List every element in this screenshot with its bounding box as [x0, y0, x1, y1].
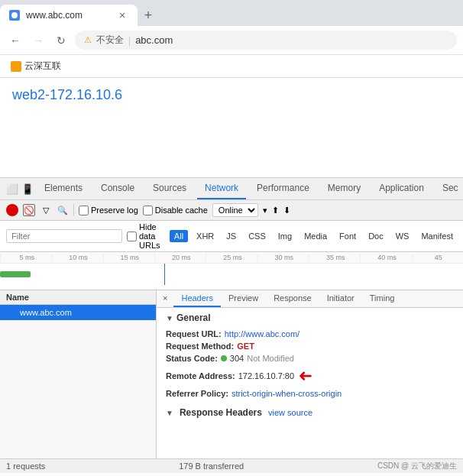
view-source-link[interactable]: view source	[268, 408, 312, 417]
tab-console[interactable]: Console	[93, 178, 142, 199]
bookmark-label: 云深互联	[24, 60, 61, 73]
timeline-bar-area	[0, 264, 463, 285]
download-icon: ⬇	[283, 206, 290, 215]
request-method-row: Request Method: GET	[166, 340, 454, 352]
bookmarks-bar: 云深互联	[0, 55, 463, 78]
tab-performance[interactable]: Performance	[249, 178, 317, 199]
timeline-ruler: 5 ms 10 ms 15 ms 20 ms 25 ms 30 ms 35 ms…	[0, 252, 463, 264]
request-url-row: Request URL: http://www.abc.com/	[166, 328, 454, 340]
svg-point-1	[7, 309, 15, 316]
tab-sources[interactable]: Sources	[145, 178, 194, 199]
throttling-dropdown[interactable]: Online	[212, 203, 258, 217]
detail-panel: × Headers Preview Response Initiator Tim…	[157, 290, 463, 458]
filter-ws[interactable]: WS	[392, 231, 413, 241]
network-item-favicon	[6, 308, 15, 317]
record-button[interactable]	[6, 204, 18, 216]
tab-application[interactable]: Application	[371, 178, 432, 199]
devtools-inspect-icon[interactable]: ⬜	[6, 180, 18, 198]
hide-data-urls-label: Hide data URLs	[139, 222, 165, 250]
timeline: 5 ms 10 ms 15 ms 20 ms 25 ms 30 ms 35 ms…	[0, 252, 463, 290]
tab-close-button[interactable]: ×	[116, 9, 128, 21]
filter-input[interactable]	[6, 229, 122, 243]
tick-25ms: 25 ms	[206, 254, 257, 261]
address-bar[interactable]: ⚠ 不安全 | abc.com	[75, 31, 457, 50]
network-item[interactable]: www.abc.com	[0, 305, 156, 320]
browser-tab[interactable]: www.abc.com ×	[0, 5, 138, 26]
detail-tab-timing[interactable]: Timing	[362, 290, 403, 307]
detail-close-button[interactable]: ×	[157, 290, 173, 307]
new-tab-button[interactable]: +	[138, 5, 159, 26]
search-icon[interactable]: 🔍	[57, 204, 69, 216]
tick-10ms: 10 ms	[51, 254, 102, 261]
bookmark-item[interactable]: 云深互联	[6, 58, 66, 74]
nav-bar: ← → ↻ ⚠ 不安全 | abc.com	[0, 26, 463, 55]
devtools-mobile-icon[interactable]: 📱	[21, 180, 34, 198]
filter-xhr[interactable]: XHR	[193, 231, 218, 241]
remote-address-value: 172.16.10.7:80	[238, 371, 294, 380]
tab-elements[interactable]: Elements	[37, 178, 90, 199]
disable-cache-label: Disable cache	[155, 206, 208, 215]
request-method-value: GET	[237, 342, 254, 351]
remote-address-key: Remote Address:	[166, 371, 235, 380]
remote-address-row: Remote Address: 172.16.10.7:80 ➜	[166, 364, 454, 387]
reload-button[interactable]: ↻	[52, 31, 70, 50]
filter-icon[interactable]: ▽	[40, 204, 52, 216]
forward-button[interactable]: →	[29, 31, 47, 50]
network-split: Name www.abc.com × Headers Preview Respo…	[0, 290, 463, 458]
browser-chrome: www.abc.com × + ← → ↻ ⚠ 不安全 | abc.com 云深…	[0, 0, 463, 78]
network-item-name: www.abc.com	[20, 308, 150, 317]
filter-img[interactable]: Img	[274, 231, 296, 241]
filter-doc[interactable]: Doc	[364, 231, 387, 241]
timeline-request-bar	[0, 271, 31, 277]
preserve-log-checkbox[interactable]: Preserve log	[79, 206, 138, 215]
filter-all-button[interactable]: All	[170, 230, 188, 242]
address-text: abc.com	[135, 34, 173, 46]
tick-45ms: 45	[412, 254, 463, 261]
disable-cache-checkbox[interactable]: Disable cache	[143, 206, 208, 215]
general-section: General Request URL: http://www.abc.com/…	[157, 308, 463, 404]
filter-media[interactable]: Media	[300, 231, 331, 241]
bookmark-favicon	[11, 61, 21, 72]
status-code-key: Status Code:	[166, 354, 218, 363]
general-section-header[interactable]: General	[166, 312, 454, 323]
address-separator: |	[128, 35, 131, 46]
data-transferred: 179 B transferred	[179, 461, 244, 471]
tab-network[interactable]: Network	[197, 178, 246, 199]
referrer-policy-value: strict-origin-when-cross-origin	[232, 389, 342, 398]
stop-button[interactable]: 🚫	[23, 204, 35, 216]
hide-data-urls-checkbox[interactable]: Hide data URLs	[127, 222, 165, 250]
throttle-arrow: ▾	[263, 206, 267, 215]
separator-1	[73, 204, 74, 216]
status-code-value: 304 Not Modified	[221, 354, 294, 363]
filter-bar: Hide data URLs All XHR JS CSS Img Media …	[0, 221, 463, 252]
not-secure-label: 不安全	[96, 34, 124, 47]
tab-title: www.abc.com	[26, 10, 110, 21]
detail-tab-preview[interactable]: Preview	[221, 290, 266, 307]
status-dot	[221, 355, 227, 361]
filter-js[interactable]: JS	[222, 231, 240, 241]
back-button[interactable]: ←	[6, 31, 24, 50]
network-list-header: Name	[0, 290, 156, 305]
tick-5ms: 5 ms	[0, 254, 51, 261]
tab-favicon	[9, 10, 20, 21]
filter-css[interactable]: CSS	[244, 231, 270, 241]
detail-tab-headers[interactable]: Headers	[173, 290, 221, 307]
request-count: 1 requests	[6, 461, 45, 471]
response-headers-header[interactable]: Response Headers view source	[166, 407, 454, 418]
network-list: Name www.abc.com	[0, 290, 157, 458]
detail-tab-response[interactable]: Response	[266, 290, 319, 307]
detail-tab-initiator[interactable]: Initiator	[319, 290, 362, 307]
filter-font[interactable]: Font	[335, 231, 360, 241]
tick-20ms: 20 ms	[154, 254, 206, 261]
arrow-icon: ➜	[299, 366, 312, 386]
upload-icon: ⬆	[272, 206, 279, 215]
status-code-text: 304	[230, 354, 244, 363]
tab-security[interactable]: Sec	[435, 178, 463, 199]
filter-manifest[interactable]: Manifest	[417, 231, 457, 241]
response-headers-section: Response Headers view source	[157, 404, 463, 421]
status-bar: 1 requests 179 B transferred CSDN @ 云飞的爱…	[0, 458, 463, 473]
request-url-value: http://www.abc.com/	[225, 329, 299, 338]
tick-15ms: 15 ms	[103, 254, 154, 261]
status-code-row: Status Code: 304 Not Modified	[166, 352, 454, 364]
tab-memory[interactable]: Memory	[320, 178, 368, 199]
